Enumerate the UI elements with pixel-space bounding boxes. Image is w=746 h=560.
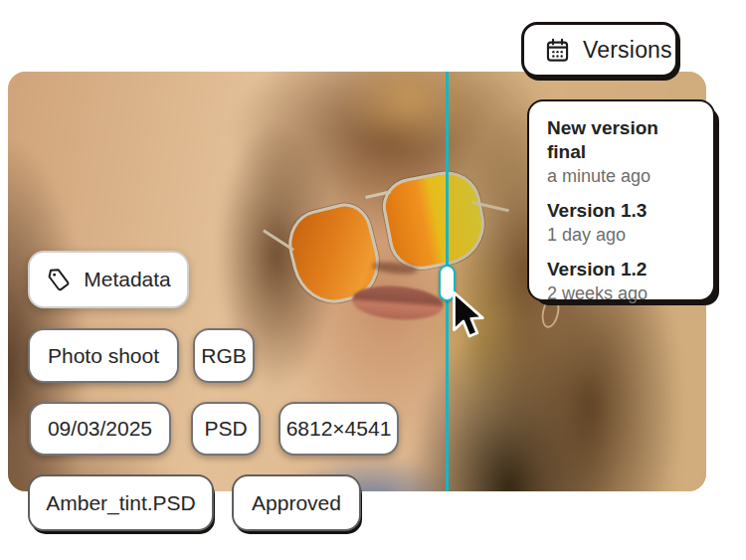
- version-time: 2 weeks ago: [547, 281, 701, 305]
- versions-button[interactable]: Versions: [521, 22, 678, 78]
- pill-date[interactable]: 09/03/2025: [29, 402, 171, 456]
- metadata-button-label: Metadata: [84, 268, 171, 291]
- versions-button-label: Versions: [583, 37, 672, 64]
- screenshot-stage: Versions New version final a minute ago …: [0, 0, 746, 560]
- versions-panel: New version final a minute ago Version 1…: [527, 99, 715, 301]
- pill-color-mode[interactable]: RGB: [193, 328, 255, 383]
- pill-file-type[interactable]: PSD: [191, 402, 261, 456]
- metadata-button[interactable]: Metadata: [28, 251, 189, 308]
- pill-file-name[interactable]: Amber_tint.PSD: [28, 474, 214, 531]
- version-item[interactable]: Version 1.2 2 weeks ago: [547, 258, 701, 305]
- version-title: Version 1.2: [547, 258, 701, 281]
- version-time: 1 day ago: [547, 223, 701, 247]
- version-time: a minute ago: [547, 164, 701, 188]
- version-item[interactable]: New version final a minute ago: [547, 116, 701, 188]
- version-item[interactable]: Version 1.3 1 day ago: [547, 199, 701, 247]
- cursor-icon: [444, 291, 489, 341]
- pill-status-approved[interactable]: Approved: [232, 474, 361, 531]
- tag-icon: [46, 267, 72, 292]
- version-title: New version final: [547, 116, 701, 164]
- pill-photo-shoot[interactable]: Photo shoot: [28, 328, 179, 383]
- pill-dimensions[interactable]: 6812×4541: [279, 402, 399, 456]
- calendar-icon: [544, 37, 571, 64]
- version-title: Version 1.3: [547, 199, 701, 223]
